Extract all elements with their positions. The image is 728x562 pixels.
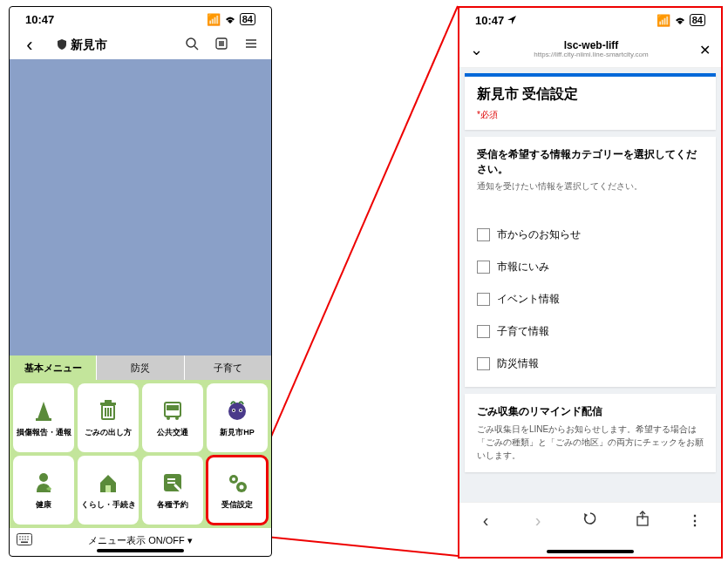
checkbox-list: 市からのお知らせ 市報にいみ イベント情報 子育て情報 xyxy=(477,219,704,380)
remind-title: ごみ収集のリマインド配信 xyxy=(477,404,704,419)
cell-transport[interactable]: 公共交通 xyxy=(142,383,203,452)
checkbox-icon xyxy=(477,325,490,338)
nav-forward-icon[interactable]: › xyxy=(529,511,547,531)
close-icon[interactable]: ✕ xyxy=(699,42,711,58)
svg-point-2 xyxy=(187,38,195,47)
bottom-toggle[interactable]: メニュー表示 ON/OFF ▾ xyxy=(88,534,193,547)
svg-point-34 xyxy=(232,477,235,481)
home-indicator xyxy=(97,549,184,552)
menu-icon[interactable] xyxy=(240,37,262,54)
cell-life[interactable]: くらし・手続き xyxy=(78,456,139,525)
category-card: 受信を希望する情報カテゴリーを選択してください。 通知を受けたい情報を選択してく… xyxy=(465,137,716,387)
checkbox-option[interactable]: イベント情報 xyxy=(477,283,704,315)
remind-desc: ごみ収集日をLINEからお知らせします。希望する場合は「ごみの種類」と「ごみの地… xyxy=(477,423,704,462)
header-center: lsc-web-liff https://liff.city-niimi.lin… xyxy=(483,40,699,59)
chevron-down-icon[interactable]: ⌄ xyxy=(470,40,483,59)
wifi-icon xyxy=(674,14,686,27)
mascot-icon xyxy=(224,397,250,423)
body: 新見市 受信設定 *必須 受信を希望する情報カテゴリーを選択してください。 通知… xyxy=(459,68,721,502)
svg-point-43 xyxy=(22,538,24,540)
form-icon xyxy=(160,470,186,496)
keyboard-icon[interactable] xyxy=(17,533,32,548)
tab-kosodate[interactable]: 子育て xyxy=(185,355,271,380)
checkbox-icon xyxy=(477,228,490,241)
webview-header: ⌄ lsc-web-liff https://liff.city-niimi.l… xyxy=(459,32,721,68)
svg-marker-11 xyxy=(37,402,50,419)
wifi-icon xyxy=(224,13,236,26)
svg-point-39 xyxy=(22,536,24,538)
svg-point-42 xyxy=(19,538,21,540)
status-bar: 10:47 📶 84 xyxy=(459,8,721,32)
list-icon[interactable] xyxy=(210,37,233,54)
svg-point-38 xyxy=(19,536,21,538)
chat-background xyxy=(10,59,271,355)
svg-rect-18 xyxy=(105,400,112,403)
svg-rect-17 xyxy=(100,403,116,405)
browser-nav: ‹ › ⋮ xyxy=(459,502,721,538)
svg-point-26 xyxy=(233,410,235,411)
svg-line-0 xyxy=(257,6,458,469)
question-title: 受信を希望する情報カテゴリーを選択してください。 xyxy=(477,147,704,177)
svg-line-3 xyxy=(194,46,198,50)
nav-share-icon[interactable] xyxy=(634,511,651,530)
back-icon[interactable]: ‹ xyxy=(18,36,41,55)
cell-settings[interactable]: 受信設定 xyxy=(207,456,268,525)
right-phone: 10:47 📶 84 ⌄ lsc-web-liff https://liff.c… xyxy=(458,6,723,559)
svg-point-36 xyxy=(240,485,244,490)
cell-report[interactable]: 損傷報告・通報 xyxy=(13,383,74,452)
gear-icon xyxy=(224,470,250,496)
page-url: https://liff.city-niimi.line-smartcity.c… xyxy=(483,51,699,59)
svg-point-41 xyxy=(27,536,29,538)
tab-basic[interactable]: 基本メニュー xyxy=(10,355,97,380)
checkbox-option[interactable]: 子育て情報 xyxy=(477,315,704,348)
house-icon xyxy=(95,470,121,496)
nav-reload-icon[interactable] xyxy=(582,511,599,530)
checkbox-option[interactable]: 市からのお知らせ xyxy=(477,219,704,251)
battery-icon: 84 xyxy=(690,14,705,26)
svg-point-45 xyxy=(27,538,29,540)
nav-more-icon[interactable]: ⋮ xyxy=(686,512,704,529)
svg-point-27 xyxy=(240,410,242,411)
cell-health[interactable]: 健康 xyxy=(13,456,74,525)
remind-card: ごみ収集のリマインド配信 ごみ収集日をLINEからお知らせします。希望する場合は… xyxy=(465,394,716,472)
left-phone: 10:47 📶 84 ‹ 新見市 基本メニュー 防災 子育て xyxy=(9,6,272,557)
bus-icon xyxy=(160,397,186,423)
menu-tabs: 基本メニュー 防災 子育て xyxy=(10,355,271,380)
chat-header: ‹ 新見市 xyxy=(10,31,271,59)
signal-icon: 📶 xyxy=(207,13,221,26)
cell-reserve[interactable]: 各種予約 xyxy=(142,456,203,525)
svg-point-40 xyxy=(24,536,26,538)
status-bar: 10:47 📶 84 xyxy=(10,7,271,31)
checkbox-icon xyxy=(477,261,490,274)
checkbox-icon xyxy=(477,293,490,306)
svg-point-21 xyxy=(167,416,170,420)
question-sub: 通知を受けたい情報を選択してください。 xyxy=(477,180,704,193)
checkbox-icon xyxy=(477,357,490,370)
signal-icon: 📶 xyxy=(657,14,670,27)
svg-rect-20 xyxy=(167,405,179,410)
chat-title: 新見市 xyxy=(48,37,173,53)
battery-icon: 84 xyxy=(240,13,255,25)
cone-icon xyxy=(31,397,57,423)
cell-hp[interactable]: 新見市HP xyxy=(207,383,268,452)
svg-rect-12 xyxy=(36,418,51,421)
status-time: 10:47 xyxy=(25,13,54,26)
nav-back-icon[interactable]: ‹ xyxy=(477,511,494,531)
checkbox-option[interactable]: 防災情報 xyxy=(477,348,704,380)
svg-point-22 xyxy=(175,416,179,420)
title-card: 新見市 受信設定 *必須 xyxy=(465,73,716,130)
required-note: *必須 xyxy=(477,109,704,121)
svg-rect-29 xyxy=(105,485,111,492)
form-title: 新見市 受信設定 xyxy=(477,85,704,104)
svg-rect-37 xyxy=(17,533,32,545)
status-right: 📶 84 xyxy=(207,13,255,26)
checkbox-option[interactable]: 市報にいみ xyxy=(477,251,704,283)
trash-icon xyxy=(95,397,121,423)
menu-grid: 損傷報告・通報 ごみの出し方 公共交通 新見市HP 健康 xyxy=(10,380,271,528)
svg-point-28 xyxy=(39,473,48,482)
location-icon xyxy=(507,14,516,27)
search-icon[interactable] xyxy=(180,37,203,54)
tab-bousai[interactable]: 防災 xyxy=(97,355,184,380)
status-time: 10:47 xyxy=(475,14,504,27)
cell-trash[interactable]: ごみの出し方 xyxy=(78,383,139,452)
